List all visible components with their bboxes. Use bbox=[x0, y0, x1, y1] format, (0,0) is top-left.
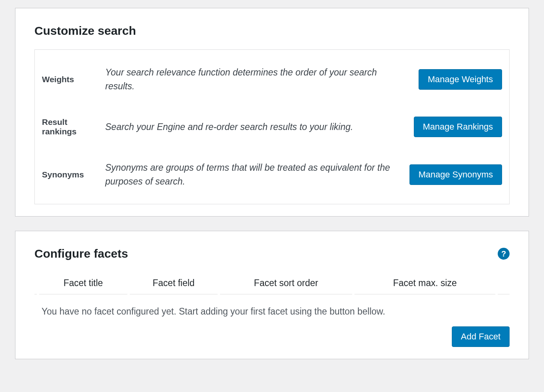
weights-row: Weights Your search relevance function d… bbox=[35, 54, 509, 105]
manage-rankings-button[interactable]: Manage Rankings bbox=[414, 117, 502, 137]
configure-facets-title: Configure facets bbox=[34, 247, 128, 260]
synonyms-label: Synonyms bbox=[42, 170, 97, 179]
synonyms-description: Synonyms are groups of terms that will b… bbox=[105, 161, 402, 188]
result-rankings-row: Result rankings Search your Engine and r… bbox=[35, 105, 509, 149]
facet-col-title: Facet title bbox=[39, 272, 127, 294]
customize-settings-box: Weights Your search relevance function d… bbox=[34, 49, 510, 204]
facet-col-size: Facet max. size bbox=[354, 272, 495, 294]
manage-synonyms-button[interactable]: Manage Synonyms bbox=[409, 164, 502, 185]
customize-search-panel: Customize search Weights Your search rel… bbox=[15, 8, 529, 217]
customize-search-title: Customize search bbox=[34, 24, 510, 38]
facet-empty-message: You have no facet configured yet. Start … bbox=[34, 304, 510, 326]
weights-description: Your search relevance function determine… bbox=[105, 66, 411, 93]
facet-col-sort: Facet sort order bbox=[220, 272, 352, 294]
facet-col-field: Facet field bbox=[130, 272, 218, 294]
add-facet-button[interactable]: Add Facet bbox=[452, 326, 510, 347]
facet-table-header: Facet title Facet field Facet sort order… bbox=[34, 272, 510, 294]
result-rankings-label: Result rankings bbox=[42, 117, 97, 136]
configure-facets-panel: Configure facets ? Facet title Facet fie… bbox=[15, 231, 529, 359]
result-rankings-description: Search your Engine and re-order search r… bbox=[105, 120, 406, 134]
help-icon[interactable]: ? bbox=[498, 248, 510, 260]
manage-weights-button[interactable]: Manage Weights bbox=[419, 69, 502, 90]
weights-label: Weights bbox=[42, 75, 97, 84]
synonyms-row: Synonyms Synonyms are groups of terms th… bbox=[35, 149, 509, 200]
